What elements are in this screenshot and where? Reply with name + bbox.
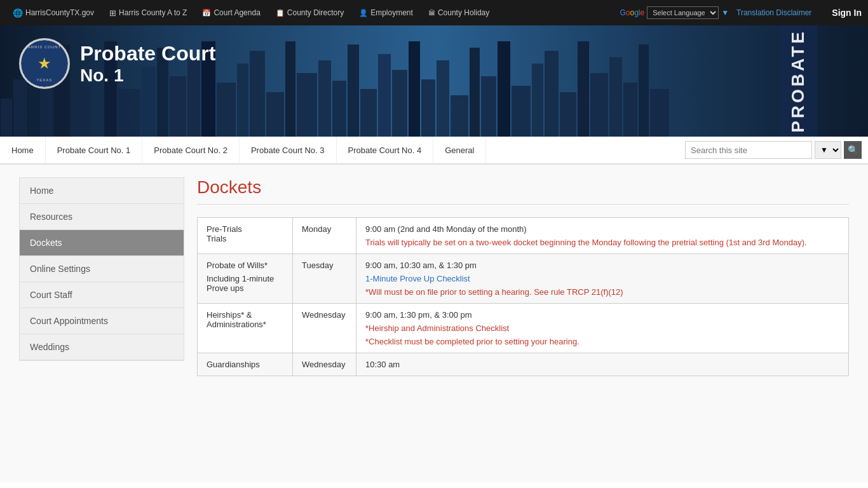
detail-text: 9:00 am, 1:30 pm, & 3:00 pm [365, 310, 839, 320]
search-icon: 🔍 [848, 145, 858, 155]
county-holiday-link[interactable]: 🏛 County Holiday [422, 0, 496, 25]
search-dropdown[interactable]: ▼ [815, 141, 841, 159]
sidebar-item-court-appointments[interactable]: Court Appointments [20, 308, 184, 334]
table-row: Guardianships Wednesday 10:30 am [198, 353, 849, 376]
nav-probate-4[interactable]: Probate Court No. 4 [337, 136, 434, 164]
table-cell-details: 9:00 am (2nd and 4th Monday of the month… [356, 218, 849, 254]
type-pre-trials: Pre-Trials [207, 224, 283, 234]
type-guardianships: Guardianships [207, 360, 283, 369]
language-select[interactable]: Select Language Spanish French [647, 6, 719, 19]
seal-text-bottom: TEXAS [37, 78, 53, 82]
search-area: ▼ 🔍 [679, 141, 868, 159]
dockets-table: Pre-Trials Trials Monday 9:00 am (2nd an… [197, 217, 849, 376]
type-heirships: Heirships* & [207, 310, 283, 320]
header-banner: HARRIS COUNTY ★ TEXAS Probate Court No. … [0, 25, 868, 137]
sidebar-item-court-staff[interactable]: Court Staff [20, 282, 184, 308]
type-probate-wills: Probate of Wills* [207, 261, 283, 270]
nav-probate-3[interactable]: Probate Court No. 3 [240, 136, 337, 164]
sidebar-item-resources[interactable]: Resources [20, 204, 184, 230]
calendar-icon: 📅 [202, 9, 211, 17]
nav-probate-1[interactable]: Probate Court No. 1 [46, 136, 143, 164]
google-logo: Google [620, 8, 644, 17]
county-holiday-label: County Holiday [438, 8, 489, 17]
harris-a-to-z-link[interactable]: ⊞ Harris County A to Z [103, 0, 193, 25]
prove-up-checklist-link[interactable]: 1-Minute Prove Up Checklist [365, 274, 470, 283]
type-including: Including 1-minute [207, 274, 283, 283]
seal-star: ★ [37, 55, 51, 72]
table-cell-day: Wednesday [293, 353, 356, 376]
search-input[interactable] [685, 141, 812, 159]
probate-vertical-text: PROBATE [788, 29, 808, 133]
globe-icon: 🌐 [13, 8, 23, 18]
header-logo-area: HARRIS COUNTY ★ TEXAS Probate Court No. … [19, 38, 215, 89]
detail-red-text2: *Checklist must be completed prior to se… [365, 337, 839, 346]
type-trials: Trials [207, 234, 283, 243]
employment-label: Employment [370, 8, 413, 17]
sidebar-item-dockets[interactable]: Dockets [20, 230, 184, 256]
employment-link[interactable]: 👤 Employment [353, 0, 419, 25]
top-bar-links: 🌐 HarrisCountyTX.gov ⊞ Harris County A t… [6, 0, 620, 25]
nav-probate-2[interactable]: Probate Court No. 2 [142, 136, 240, 164]
harriscountytx-link[interactable]: 🌐 HarrisCountyTX.gov [6, 0, 100, 25]
sidebar-container: Home Resources Dockets Online Settings C… [19, 177, 184, 361]
detail-text: 9:00 am, 10:30 am, & 1:30 pm [365, 261, 839, 270]
google-translate: Google Select Language Spanish French ▼ [620, 6, 729, 19]
detail-text: 9:00 am (2nd and 4th Monday of the month… [365, 224, 839, 234]
table-cell-details: 9:00 am, 1:30 pm, & 3:00 pm *Heirship an… [356, 304, 849, 353]
table-row: Probate of Wills* Including 1-minute Pro… [198, 254, 849, 304]
grid-icon: ⊞ [109, 8, 116, 18]
type-prove-ups: Prove ups [207, 283, 283, 293]
nav-home[interactable]: Home [0, 136, 46, 164]
probate-right-panel: PROBATE [779, 25, 817, 137]
page-title: Dockets [197, 177, 849, 205]
court-title: Probate Court No. 1 [80, 41, 215, 86]
table-cell-day: Tuesday [293, 254, 356, 304]
harriscountytx-label: HarrisCountyTX.gov [25, 8, 94, 17]
sidebar: Home Resources Dockets Online Settings C… [19, 177, 184, 470]
sidebar-item-online-settings[interactable]: Online Settings [20, 256, 184, 282]
county-directory-label: County Directory [287, 8, 344, 17]
court-agenda-link[interactable]: 📅 Court Agenda [196, 0, 266, 25]
seal-inner: HARRIS COUNTY ★ TEXAS [21, 40, 68, 87]
sidebar-item-weddings[interactable]: Weddings [20, 334, 184, 360]
flag-icon: 🏛 [428, 9, 435, 17]
main-nav: Home Probate Court No. 1 Probate Court N… [0, 137, 868, 165]
table-cell-type: Heirships* & Administrations* [198, 304, 293, 353]
person-icon: 👤 [359, 9, 368, 17]
sidebar-item-home[interactable]: Home [20, 178, 184, 204]
translation-disclaimer-link[interactable]: Translation Disclaimer [736, 8, 811, 17]
table-cell-type: Pre-Trials Trials [198, 218, 293, 254]
content-wrapper: Home Resources Dockets Online Settings C… [0, 165, 868, 482]
table-cell-day: Monday [293, 218, 356, 254]
book-icon: 📋 [276, 9, 285, 17]
seal-text-top: HARRIS COUNTY [25, 45, 65, 49]
detail-text: 10:30 am [365, 360, 839, 369]
main-nav-links: Home Probate Court No. 1 Probate Court N… [0, 136, 679, 164]
main-content: Dockets Pre-Trials Trials Monday 9:00 am… [197, 177, 849, 470]
court-title-line2: No. 1 [80, 65, 215, 86]
court-agenda-label: Court Agenda [214, 8, 260, 17]
table-row: Heirships* & Administrations* Wednesday … [198, 304, 849, 353]
type-administrations: Administrations* [207, 320, 283, 329]
harris-county-seal: HARRIS COUNTY ★ TEXAS [19, 38, 70, 89]
sign-in-button[interactable]: Sign In [832, 8, 862, 18]
court-title-line1: Probate Court [80, 41, 215, 65]
table-cell-type: Guardianships [198, 353, 293, 376]
detail-red-text: Trials will typically be set on a two-we… [365, 238, 839, 247]
table-cell-type: Probate of Wills* Including 1-minute Pro… [198, 254, 293, 304]
search-button[interactable]: 🔍 [844, 141, 862, 159]
detail-red-text: *Will must be on file prior to setting a… [365, 287, 839, 297]
table-cell-details: 10:30 am [356, 353, 849, 376]
table-row: Pre-Trials Trials Monday 9:00 am (2nd an… [198, 218, 849, 254]
county-directory-link[interactable]: 📋 County Directory [269, 0, 350, 25]
top-bar: 🌐 HarrisCountyTX.gov ⊞ Harris County A t… [0, 0, 868, 25]
table-cell-day: Wednesday [293, 304, 356, 353]
heirship-checklist-link[interactable]: *Heirship and Administrations Checklist [365, 323, 509, 333]
table-cell-details: 9:00 am, 10:30 am, & 1:30 pm 1-Minute Pr… [356, 254, 849, 304]
chevron-icon: ▼ [721, 8, 729, 17]
nav-general[interactable]: General [433, 136, 486, 164]
top-bar-right: Google Select Language Spanish French ▼ … [620, 6, 862, 19]
harris-a-to-z-label: Harris County A to Z [119, 8, 187, 17]
